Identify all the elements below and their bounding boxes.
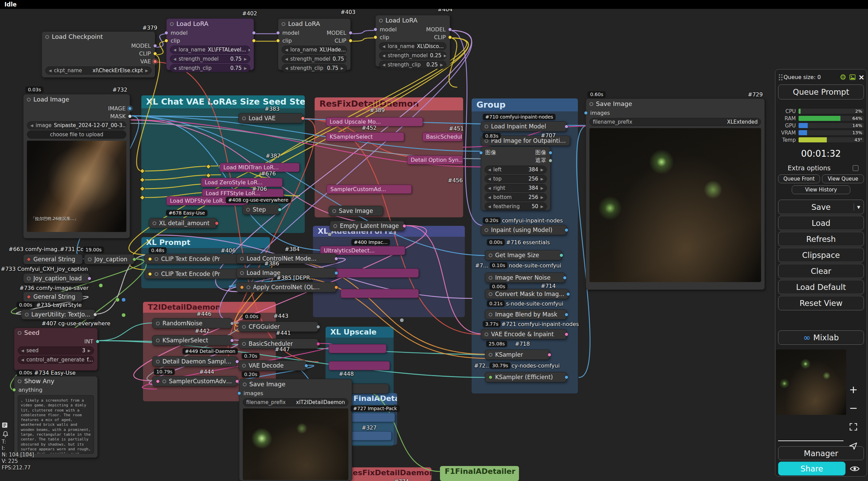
output-port-image[interactable] [549,151,552,155]
output-port-clip[interactable] [153,52,157,56]
prev-arrow-icon[interactable]: ◀ [488,177,491,181]
prev-arrow-icon[interactable]: ◀ [285,57,288,61]
collapse-toggle[interactable] [489,253,492,257]
node-empty-latent-image[interactable]: Empty Latent Image [330,221,405,231]
next-arrow-icon[interactable]: ▶ [145,68,148,73]
input-port-images[interactable] [584,111,588,115]
share-button[interactable]: Share [778,462,846,476]
prev-arrow-icon[interactable]: ◀ [30,123,33,128]
prev-arrow-icon[interactable]: ◀ [21,348,24,353]
input-port-clip[interactable] [148,272,152,276]
collapse-toggle[interactable] [170,22,174,26]
collapse-toggle[interactable] [489,313,492,316]
next-arrow-icon[interactable]: ▶ [244,66,247,71]
collapse-toggle[interactable] [282,22,285,26]
output-port-model[interactable] [349,31,352,35]
widget-left[interactable]: ◀left384▶ [485,166,547,174]
node-occluded[interactable] [327,268,419,278]
output-port-noise[interactable] [230,322,234,325]
node-layer-text-join[interactable]: LayerUtility: TextJo... [21,309,95,320]
extra-options-checkbox[interactable] [853,165,858,171]
prev-arrow-icon[interactable]: ◀ [382,44,385,49]
widget-strength-clip[interactable]: ◀strength_clip0.25▶ [379,61,446,69]
output-port-sigmas[interactable] [316,342,320,346]
node-load-inpaint-model[interactable]: Load Inpaint Model [481,121,567,131]
collapse-toggle[interactable] [156,322,160,325]
widget-top[interactable]: ◀top256▶ [485,175,547,183]
panel-icon[interactable] [1,422,8,430]
input-port[interactable] [489,375,492,379]
collapse-toggle[interactable] [162,379,166,383]
output-port-clip[interactable] [252,39,256,43]
prev-arrow-icon[interactable]: ◀ [488,204,491,209]
prev-arrow-icon[interactable]: ◀ [382,63,385,67]
output-port-latent[interactable] [548,353,551,357]
collapse-toggle[interactable] [485,332,488,336]
load-default-button[interactable]: Load Default [778,280,864,294]
node-occluded[interactable] [329,344,386,353]
next-arrow-icon[interactable]: ▶ [541,186,543,190]
collapse-toggle[interactable] [18,331,21,335]
load-button[interactable]: Load [778,216,864,230]
node-inpaint-using-model[interactable]: Inpaint (using Model) [481,225,567,235]
prev-arrow-icon[interactable]: ◀ [488,195,491,200]
collapse-toggle[interactable] [246,208,250,212]
output-port-latent[interactable] [235,379,239,383]
mixlab-button[interactable]: ∞Mixlab [778,330,864,345]
next-arrow-icon[interactable]: ▶ [541,204,543,209]
node-ksampler-select[interactable]: KSamplerSelect [326,132,404,141]
output-port[interactable] [565,125,568,128]
input-port-image[interactable] [479,151,483,155]
collapse-toggle[interactable] [155,272,158,276]
node-ksampler[interactable]: KSampler [485,350,550,360]
node-general-string-1[interactable]: General String [23,254,83,264]
widget-feathering[interactable]: ◀feathering50▶ [485,202,547,211]
output-port-vae[interactable] [153,60,157,63]
collapse-toggle[interactable] [45,35,49,39]
next-arrow-icon[interactable]: ▶ [541,195,543,200]
output-port-sampler[interactable] [230,339,234,342]
next-arrow-icon[interactable]: ▶ [541,177,543,181]
collapse-toggle[interactable] [379,19,383,22]
next-arrow-icon[interactable]: ▶ [346,57,347,61]
caption-textbox[interactable]: , likely a screenshot from a video game,… [18,395,94,454]
output-port[interactable] [563,276,567,280]
collapse-toggle[interactable] [485,228,488,232]
widget-filename-prefix[interactable]: filename_prefixxlT2IDetailDaemon [243,398,348,406]
output-dot[interactable] [27,258,31,261]
clear-button[interactable]: Clear [778,264,864,278]
collapse-toggle[interactable] [25,313,29,316]
node-occluded[interactable] [351,431,392,440]
collapse-toggle[interactable] [242,117,246,120]
output-port-int[interactable] [96,340,99,343]
collapse-toggle[interactable] [333,224,337,228]
output-port-image[interactable] [334,271,338,275]
prev-arrow-icon[interactable]: ◀ [382,53,385,58]
node-occluded[interactable] [341,289,419,298]
widget-ckpt-name[interactable]: ◀ckpt_namexl\CheckErElse.ckpt▶ [45,66,152,75]
output-port-model[interactable] [448,28,452,31]
output-port-image[interactable] [304,364,308,368]
input-port-images[interactable] [237,391,241,395]
node-sampler-custom[interactable]: SamplerCustomAd... [327,185,412,194]
node-general-string-2[interactable]: General String [23,292,83,302]
node-joy-caption[interactable]: Joy_caption [84,254,135,264]
collapse-toggle[interactable] [27,277,31,280]
input-port-model[interactable] [374,28,377,31]
output-port[interactable] [132,258,136,261]
output-port[interactable] [88,277,91,280]
result-thumbnail[interactable] [776,350,846,415]
node-load-checkpoint[interactable]: Load Checkpoint MODEL CLIP VAE ◀ckpt_nam… [42,31,155,78]
widget-strength-model[interactable]: ◀strength_model0.25▶ [379,51,446,60]
collapse-toggle[interactable] [242,325,246,329]
output-port-latent[interactable] [565,332,568,336]
output-port[interactable] [559,253,563,257]
collapse-toggle[interactable] [485,139,488,143]
collapse-toggle[interactable] [242,342,246,346]
prev-arrow-icon[interactable]: ◀ [488,186,491,190]
output-port-latent[interactable] [403,224,406,228]
input-port-anything[interactable] [12,388,16,392]
node-xl-detail-amount[interactable]: XL detail_amount [149,218,217,228]
node-basic-scheduler[interactable]: BasicScheduler [422,132,462,141]
collapse-toggle[interactable] [489,276,492,280]
